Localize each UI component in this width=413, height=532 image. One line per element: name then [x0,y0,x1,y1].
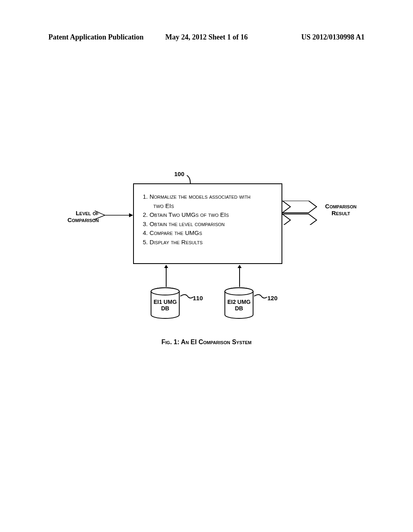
database-2: EI2 UMG DB [224,287,254,321]
db2-arrow-icon [238,265,242,287]
left-arrow-icon [83,210,135,230]
reference-number-100: 100 [174,170,184,177]
svg-marker-5 [282,214,317,225]
database-1: EI1 UMG DB [150,287,180,321]
leader-line-120 [254,293,268,301]
svg-line-0 [95,211,105,215]
step-1b: two EIs [143,202,273,211]
output-label-line2: Result [332,210,350,216]
step-2: 2. Obtain Two UMGs of two EIs [143,210,273,220]
figure-caption: Fig. 1: An EI Comparison System [0,339,413,346]
step-3: 3. Obtain the level comparison [143,220,273,229]
step-1a: 1. Normalize the models associated with [143,192,273,202]
leader-line-110 [180,293,194,301]
db2-label-line2: DB [235,305,243,312]
output-label: Comparison Result [319,203,363,216]
svg-marker-2 [129,213,133,217]
step-4: 4. Compare the UMGs [143,229,273,238]
svg-point-11 [151,288,179,295]
svg-marker-4 [282,201,317,213]
svg-marker-7 [164,265,168,268]
page-header: Patent Application Publication May 24, 2… [0,33,413,42]
output-label-line1: Comparison [325,203,357,210]
process-box: 1. Normalize the models associated with … [133,183,282,264]
header-date-sheet: May 24, 2012 Sheet 1 of 16 [154,33,259,42]
db2-label-line1: EI2 UMG [227,299,251,305]
db2-label: EI2 UMG DB [224,299,254,312]
reference-number-120: 120 [267,295,277,301]
svg-point-13 [225,288,253,295]
svg-line-3 [94,215,105,220]
db1-label: EI1 UMG DB [150,299,180,312]
step-5: 5. Display the Results [143,238,273,247]
right-arrow-icon [282,201,319,225]
db1-label-line1: EI1 UMG [154,299,177,305]
svg-marker-9 [238,265,242,268]
db1-arrow-icon [164,265,168,287]
db1-label-line2: DB [161,305,169,312]
diagram: 100 1. Normalize the models associated w… [0,163,413,373]
header-publication-label: Patent Application Publication [48,33,154,42]
header-document-number: US 2012/0130998 A1 [259,33,365,42]
